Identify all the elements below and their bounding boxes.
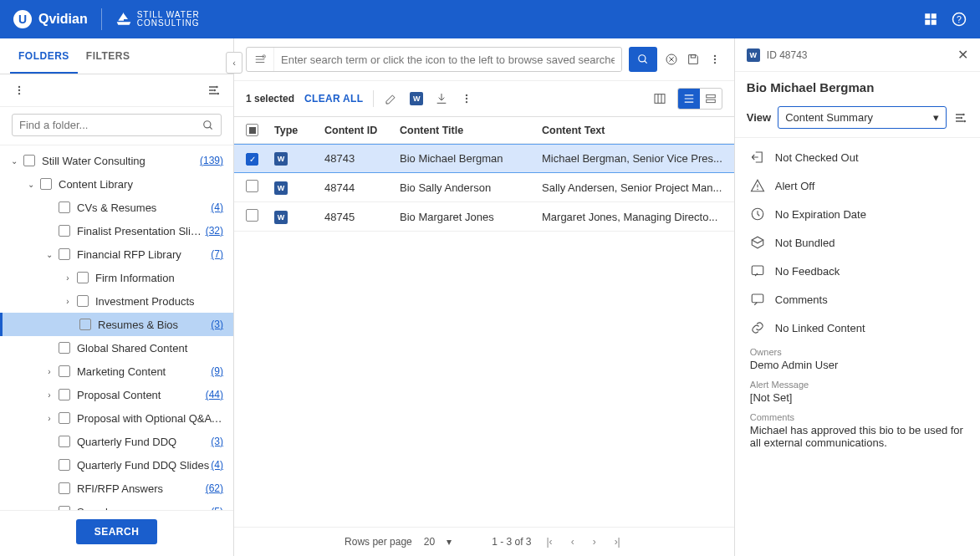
tree-item[interactable]: CVs & Resumes(4) [0, 196, 233, 219]
tree-count[interactable]: (3) [211, 436, 223, 447]
search-button[interactable]: SEARCH [76, 519, 158, 544]
download-icon[interactable] [434, 91, 449, 106]
tree-count[interactable]: (62) [206, 482, 223, 494]
first-page-button[interactable]: |‹ [544, 536, 556, 548]
chevron-icon[interactable]: › [43, 367, 55, 376]
tree-count[interactable]: (139) [200, 155, 223, 166]
more-icon[interactable] [12, 83, 27, 98]
tab-folders[interactable]: FOLDERS [10, 38, 78, 74]
select-all-checkbox[interactable] [246, 124, 258, 136]
tree-checkbox[interactable] [77, 295, 89, 307]
chevron-icon[interactable]: ⌄ [8, 156, 20, 166]
tree-item[interactable]: ⌄Financial RFP Library(7) [0, 242, 233, 266]
tree-checkbox[interactable] [79, 319, 91, 330]
search-input[interactable] [274, 48, 621, 71]
detail-info-row[interactable]: No Feedback [738, 257, 977, 285]
tree-count[interactable]: (32) [206, 225, 223, 237]
tree-checkbox[interactable] [59, 459, 70, 471]
tree-item[interactable]: Resumes & Bios(3) [0, 313, 233, 336]
tree-item[interactable]: Finalist Presentation Slides(32) [0, 219, 233, 242]
tree-item[interactable]: Samples(5) [0, 500, 233, 510]
tree-count[interactable]: (7) [211, 248, 223, 260]
tree-item[interactable]: Quarterly Fund DDQ Slides(4) [0, 453, 233, 477]
prev-page-button[interactable]: ‹ [568, 536, 578, 548]
search-go-button[interactable] [629, 47, 657, 72]
table-row[interactable]: W48744Bio Sally AndersonSally Andersen, … [234, 173, 734, 202]
tree-item[interactable]: RFI/RFP Answers(62) [0, 477, 233, 500]
clear-all-button[interactable]: CLEAR ALL [304, 93, 363, 105]
tree-item[interactable]: Global Shared Content [0, 336, 233, 360]
tree-count[interactable]: (4) [211, 201, 223, 213]
detail-sliders-icon[interactable] [953, 110, 968, 125]
table-row[interactable]: ✓W48743Bio Michael BergmanMichael Bergma… [234, 144, 734, 173]
tree-checkbox[interactable] [59, 412, 70, 424]
tree-checkbox[interactable] [59, 225, 70, 237]
tree-checkbox[interactable] [40, 178, 52, 190]
tree-count[interactable]: (44) [206, 389, 223, 400]
rows-dropdown-icon[interactable]: ▾ [447, 536, 452, 548]
detail-info-row[interactable]: Comments [738, 285, 977, 314]
tree-checkbox[interactable] [59, 436, 70, 447]
row-checkbox[interactable] [246, 209, 258, 222]
detail-info-row[interactable]: Not Bundled [738, 228, 977, 257]
more-actions-icon[interactable] [459, 91, 474, 106]
find-folder-field[interactable] [19, 119, 202, 131]
last-page-button[interactable]: ›| [611, 536, 624, 548]
header-title[interactable]: Content Title [400, 125, 542, 136]
rows-per-page-value[interactable]: 20 [424, 536, 435, 548]
header-type[interactable]: Type [274, 125, 324, 136]
sliders-icon[interactable] [207, 83, 222, 98]
chevron-icon[interactable]: ⌄ [25, 180, 37, 189]
tree-count[interactable]: (4) [211, 459, 223, 471]
tree-count[interactable]: (9) [211, 365, 223, 377]
columns-icon[interactable] [652, 91, 667, 106]
tree-checkbox[interactable] [59, 248, 70, 260]
tree-item[interactable]: ⌄Content Library [0, 172, 233, 196]
tree-item[interactable]: ›Investment Products [0, 289, 233, 313]
chevron-icon[interactable]: › [62, 297, 74, 306]
collapse-sidebar-button[interactable]: ‹ [226, 52, 242, 74]
search-icon[interactable] [202, 120, 214, 131]
find-folder-input[interactable] [12, 114, 222, 136]
detail-info-row[interactable]: No Linked Content [738, 314, 977, 342]
tree-checkbox[interactable] [77, 272, 89, 283]
detail-info-row[interactable]: Alert Off [738, 171, 977, 200]
tree-checkbox[interactable] [59, 389, 70, 400]
tree-item[interactable]: ⌄Still Water Consulting(139) [0, 149, 233, 172]
tree-checkbox[interactable] [23, 155, 35, 166]
chevron-icon[interactable]: ⌄ [43, 250, 55, 259]
saved-search-icon[interactable] [247, 48, 274, 71]
more-search-icon[interactable] [707, 52, 722, 67]
tree-item[interactable]: ›Proposal with Optional Q&A Doc Type [0, 406, 233, 430]
clear-search-icon[interactable] [664, 52, 679, 67]
word-icon[interactable]: W [409, 91, 424, 106]
chevron-icon[interactable]: › [43, 414, 55, 423]
help-icon[interactable]: ? [952, 12, 967, 27]
tree-item[interactable]: ›Firm Information [0, 266, 233, 289]
save-search-icon[interactable] [686, 52, 701, 67]
search-field[interactable] [246, 47, 622, 72]
chevron-icon[interactable]: › [43, 390, 55, 400]
tree-checkbox[interactable] [59, 342, 70, 354]
tree-item[interactable]: Quarterly Fund DDQ(3) [0, 430, 233, 453]
tree-checkbox[interactable] [59, 365, 70, 377]
view-compact-icon[interactable] [700, 89, 722, 109]
tree-item[interactable]: ›Proposal Content(44) [0, 383, 233, 406]
tree-count[interactable]: (3) [211, 319, 223, 330]
header-text[interactable]: Content Text [542, 125, 722, 136]
grid-icon[interactable] [923, 12, 938, 27]
tab-filters[interactable]: FILTERS [78, 38, 139, 74]
detail-info-row[interactable]: Not Checked Out [738, 143, 977, 171]
tree-item[interactable]: ›Marketing Content(9) [0, 360, 233, 383]
view-select[interactable]: Content Summary ▾ [778, 106, 947, 129]
chevron-icon[interactable]: › [62, 273, 74, 283]
view-list-icon[interactable] [678, 89, 700, 109]
close-detail-button[interactable]: ✕ [957, 47, 968, 63]
header-id[interactable]: Content ID [324, 125, 400, 136]
tree-checkbox[interactable] [59, 201, 70, 213]
edit-icon[interactable] [384, 91, 399, 106]
row-checkbox[interactable] [246, 180, 258, 192]
row-checkbox[interactable]: ✓ [246, 153, 258, 166]
detail-info-row[interactable]: No Expiration Date [738, 200, 977, 228]
tree-checkbox[interactable] [59, 482, 70, 494]
